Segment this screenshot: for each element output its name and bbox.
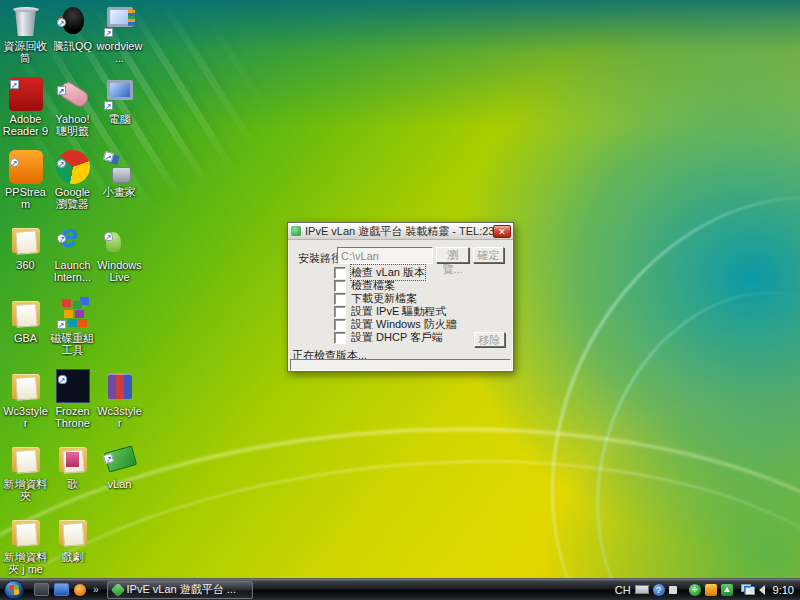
checkbox[interactable] [334, 267, 346, 279]
desktop-icon-label: Windows Live Mes... [96, 259, 143, 284]
desktop-icon[interactable]: 磁碟重組工具 [49, 296, 96, 369]
adobe-icon [9, 77, 43, 111]
desktop-icon[interactable]: Frozen Throne [49, 369, 96, 442]
desktop-icon-label: Frozen Throne [49, 405, 96, 429]
checkbox-label[interactable]: 設置 DHCP 客戶端 [351, 330, 443, 345]
show-desktop-icon[interactable] [54, 583, 69, 596]
desktop-icon[interactable]: GBA [2, 296, 49, 369]
folder-icon [9, 223, 43, 257]
chrome-icon [56, 150, 90, 184]
desktop-icon[interactable]: vLan [96, 442, 143, 515]
desktop-icon[interactable]: Windows Live Mes... [96, 223, 143, 296]
desktop-icon-label: PPStream [2, 186, 49, 210]
taskbar-button-label: IPvE vLan 遊戲平台 ... [127, 582, 236, 597]
chevron-more-icon[interactable]: » [93, 584, 99, 595]
taskbar-button-installer[interactable]: IPvE vLan 遊戲平台 ... [107, 581, 253, 599]
desktop-icon[interactable]: wordview... [96, 4, 143, 77]
desktop-icon[interactable]: Adobe Reader 9 [2, 77, 49, 150]
folder-icon [9, 369, 43, 403]
desktop-icon[interactable]: 歌 [49, 442, 96, 515]
computer-icon [103, 77, 137, 111]
desktop-icon[interactable]: 資源回收筒 [2, 4, 49, 77]
desktop-icon-label: Adobe Reader 9 [2, 113, 49, 137]
help-icon[interactable]: ? [653, 584, 665, 596]
ie-icon [56, 223, 90, 257]
desktop-icon[interactable]: Wc3styler [2, 369, 49, 442]
desktop-icon[interactable]: 新增資料夾 j me book [2, 515, 49, 578]
checkbox-row: 設置 DHCP 客戶端 [334, 331, 457, 344]
icon-inlay [128, 10, 135, 26]
msn-icon [103, 223, 137, 257]
desktop-icon[interactable]: 戲劇 [49, 515, 96, 578]
desktop-icon[interactable]: Launch Intern... [49, 223, 96, 296]
pps-icon [9, 150, 43, 184]
install-path-input[interactable] [337, 247, 433, 264]
desktop-wallpaper: 資源回收筒騰訊QQwordview...Adobe Reader 9Yahoo!… [0, 0, 800, 578]
vlan-icon [103, 442, 137, 476]
yahoo-icon [56, 77, 90, 111]
desktop-icon-label: 小畫家 [96, 186, 143, 198]
desktop-icon-label: 電腦 [96, 113, 143, 125]
remove-button[interactable]: 移除 [474, 332, 505, 347]
desktop-icon-label: vLan [96, 478, 143, 490]
taskbar: » IPvE vLan 遊戲平台 ... CH ? + 9:10 [0, 578, 800, 600]
volume-icon[interactable] [759, 585, 765, 595]
checkbox-group: 檢查 vLan 版本檢查檔案下載更新檔案設置 IPvE 驅動程式設置 Windo… [334, 266, 457, 344]
tray-app-icon[interactable] [669, 586, 677, 594]
desktop-icon-label: 新增資料夾 j me book [2, 551, 49, 576]
browse-button[interactable]: 瀏覽... [436, 247, 469, 263]
folder-icon [9, 296, 43, 330]
wordview-icon [103, 4, 137, 38]
vlan-tray-icon[interactable] [721, 584, 733, 596]
desktop-icon[interactable]: 360 [2, 223, 49, 296]
antivirus-icon[interactable]: + [689, 584, 701, 596]
desktop-icon-label: wordview... [96, 40, 143, 64]
switch-windows-icon[interactable] [34, 583, 49, 596]
start-button[interactable] [4, 580, 24, 600]
desktop-icon-label: 戲劇 [49, 551, 96, 563]
desktop-icon[interactable]: Google 瀏覽器 [49, 150, 96, 223]
desktop-icon[interactable]: 電腦 [96, 77, 143, 150]
desktop-icon-label: 歌 [49, 478, 96, 490]
desktop-icon-grid: 資源回收筒騰訊QQwordview...Adobe Reader 9Yahoo!… [2, 4, 143, 578]
desktop-icon[interactable]: Wc3styler [96, 369, 143, 442]
winrar-icon [103, 369, 137, 403]
keyboard-icon[interactable] [635, 585, 649, 594]
desktop-icon[interactable]: 騰訊QQ [49, 4, 96, 77]
desktop-icon[interactable]: 新增資料夾 [2, 442, 49, 515]
app-icon [291, 226, 301, 236]
checkbox[interactable] [334, 319, 346, 331]
system-tray: CH ? + 9:10 [615, 584, 800, 596]
desktop-icon-label: Launch Intern... [49, 259, 96, 283]
clock[interactable]: 9:10 [773, 584, 794, 596]
desktop-icon-label: Yahoo! 聰明籤 [49, 113, 96, 137]
desktop-icon-label: Google 瀏覽器 [49, 186, 96, 210]
checkbox[interactable] [334, 306, 346, 318]
desktop-icon[interactable]: 小畫家 [96, 150, 143, 223]
desktop-icon-label: 資源回收筒 [2, 40, 49, 64]
media-player-icon[interactable] [74, 584, 86, 596]
dialog-title: IPvE vLan 遊戲平台 裝載精靈 - TEL:23873177 [305, 224, 493, 239]
folder-icon [9, 515, 43, 549]
language-indicator[interactable]: CH [615, 584, 631, 596]
desktop-icon-label: Wc3styler [96, 405, 143, 429]
desktop-icon[interactable]: PPStream [2, 150, 49, 223]
desktop-icon-label: 騰訊QQ [49, 40, 96, 52]
desktop-icon-label: GBA [2, 332, 49, 344]
vlan-app-icon [110, 582, 124, 596]
folder-icon [56, 515, 90, 549]
desktop-icon-label: 新增資料夾 [2, 478, 49, 502]
desktop-icon-label: 磁碟重組工具 [49, 332, 96, 356]
updater-icon[interactable] [705, 584, 717, 596]
dialog-body: 安裝路徑: 瀏覽... 確定 檢查 vLan 版本檢查檔案下載更新檔案設置 IP… [288, 240, 513, 372]
desktop-icon-label: Wc3styler [2, 405, 49, 429]
close-icon[interactable]: ✕ [493, 225, 511, 238]
recycle-icon [9, 4, 43, 38]
checkbox[interactable] [334, 293, 346, 305]
progress-bar [290, 359, 511, 371]
checkbox[interactable] [334, 332, 346, 344]
ok-button[interactable]: 確定 [473, 247, 504, 263]
dialog-titlebar[interactable]: IPvE vLan 遊戲平台 裝載精靈 - TEL:23873177 ✕ [288, 223, 513, 240]
desktop-icon[interactable]: Yahoo! 聰明籤 [49, 77, 96, 150]
checkbox[interactable] [334, 280, 346, 292]
